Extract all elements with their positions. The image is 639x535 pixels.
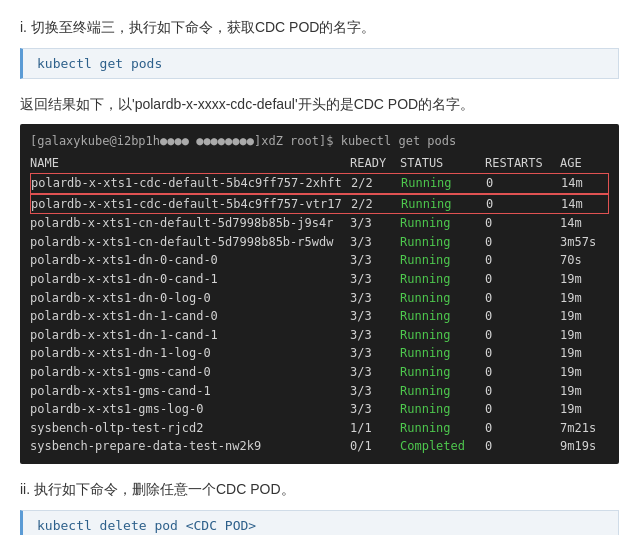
pod-age: 19m <box>560 289 610 308</box>
pod-name: sysbench-prepare-data-test-nw2k9 <box>30 437 350 456</box>
pod-status: Running <box>400 251 485 270</box>
pod-ready: 3/3 <box>350 382 400 401</box>
pod-status: Running <box>400 289 485 308</box>
pod-status: Running <box>400 307 485 326</box>
table-row: polardb-x-xts1-dn-0-cand-1 3/3 Running 0… <box>30 270 609 289</box>
table-row: polardb-x-xts1-cdc-default-5b4c9ff757-2x… <box>30 173 609 194</box>
command-block-ii: kubectl delete pod <CDC POD> <box>20 510 619 535</box>
col-header-age: AGE <box>560 154 610 173</box>
pod-age: 3m57s <box>560 233 610 252</box>
pod-age: 9m19s <box>560 437 610 456</box>
pod-age: 7m21s <box>560 419 610 438</box>
table-row: polardb-x-xts1-dn-0-cand-0 3/3 Running 0… <box>30 251 609 270</box>
pod-age: 14m <box>561 174 611 193</box>
pod-status: Running <box>401 195 486 214</box>
table-row: polardb-x-xts1-cn-default-5d7998b85b-j9s… <box>30 214 609 233</box>
pod-restarts: 0 <box>485 326 560 345</box>
pod-restarts: 0 <box>485 233 560 252</box>
pod-name: polardb-x-xts1-dn-1-cand-1 <box>30 326 350 345</box>
pod-ready: 3/3 <box>350 214 400 233</box>
pod-status: Running <box>401 174 486 193</box>
pod-restarts: 0 <box>485 307 560 326</box>
table-row: polardb-x-xts1-dn-1-cand-0 3/3 Running 0… <box>30 307 609 326</box>
pod-ready: 3/3 <box>350 344 400 363</box>
step-i-label: i. 切换至终端三，执行如下命令，获取CDC POD的名字。 <box>20 16 619 38</box>
pod-ready: 1/1 <box>350 419 400 438</box>
table-row: polardb-x-xts1-dn-0-log-0 3/3 Running 0 … <box>30 289 609 308</box>
pod-restarts: 0 <box>485 214 560 233</box>
table-row: polardb-x-xts1-gms-log-0 3/3 Running 0 1… <box>30 400 609 419</box>
table-row: polardb-x-xts1-dn-1-log-0 3/3 Running 0 … <box>30 344 609 363</box>
pod-name: polardb-x-xts1-cdc-default-5b4c9ff757-2x… <box>31 174 351 193</box>
col-header-ready: READY <box>350 154 400 173</box>
pod-ready: 0/1 <box>350 437 400 456</box>
terminal-output: [galaxykube@i2bp1h●●●● ●●●●●●●●]xdZ root… <box>20 124 619 464</box>
pod-age: 19m <box>560 400 610 419</box>
pod-name: polardb-x-xts1-cn-default-5d7998b85b-r5w… <box>30 233 350 252</box>
pod-status: Running <box>400 326 485 345</box>
pod-age: 14m <box>560 214 610 233</box>
pod-ready: 3/3 <box>350 400 400 419</box>
pod-age: 19m <box>560 344 610 363</box>
pod-ready: 3/3 <box>350 307 400 326</box>
pod-name: polardb-x-xts1-gms-cand-0 <box>30 363 350 382</box>
pod-ready: 3/3 <box>350 233 400 252</box>
table-row: polardb-x-xts1-gms-cand-0 3/3 Running 0 … <box>30 363 609 382</box>
pod-ready: 2/2 <box>351 174 401 193</box>
col-header-restarts: RESTARTS <box>485 154 560 173</box>
pod-age: 19m <box>560 382 610 401</box>
terminal-rows: polardb-x-xts1-cdc-default-5b4c9ff757-2x… <box>30 173 609 456</box>
pod-ready: 3/3 <box>350 251 400 270</box>
pod-restarts: 0 <box>485 363 560 382</box>
step-ii-label: ii. 执行如下命令，删除任意一个CDC POD。 <box>20 478 619 500</box>
pod-status: Running <box>400 400 485 419</box>
pod-status: Running <box>400 382 485 401</box>
pod-name: polardb-x-xts1-gms-log-0 <box>30 400 350 419</box>
pod-name: polardb-x-xts1-cn-default-5d7998b85b-j9s… <box>30 214 350 233</box>
pod-age: 19m <box>560 307 610 326</box>
pod-restarts: 0 <box>485 382 560 401</box>
pod-restarts: 0 <box>485 419 560 438</box>
pod-status: Running <box>400 363 485 382</box>
table-row: polardb-x-xts1-gms-cand-1 3/3 Running 0 … <box>30 382 609 401</box>
table-row: sysbench-prepare-data-test-nw2k9 0/1 Com… <box>30 437 609 456</box>
pod-age: 19m <box>560 363 610 382</box>
table-row: polardb-x-xts1-cdc-default-5b4c9ff757-vt… <box>30 194 609 215</box>
pod-age: 14m <box>561 195 611 214</box>
pod-status: Running <box>400 344 485 363</box>
pod-name: polardb-x-xts1-dn-0-log-0 <box>30 289 350 308</box>
pod-ready: 3/3 <box>350 326 400 345</box>
pod-status: Completed <box>400 437 485 456</box>
pod-name: polardb-x-xts1-gms-cand-1 <box>30 382 350 401</box>
pod-status: Running <box>400 214 485 233</box>
pod-status: Running <box>400 233 485 252</box>
col-header-name: NAME <box>30 154 350 173</box>
pod-age: 19m <box>560 270 610 289</box>
pod-ready: 3/3 <box>350 270 400 289</box>
col-header-status: STATUS <box>400 154 485 173</box>
pod-age: 19m <box>560 326 610 345</box>
terminal-header-row: NAME READY STATUS RESTARTS AGE <box>30 154 609 173</box>
pod-restarts: 0 <box>485 437 560 456</box>
pod-name: polardb-x-xts1-dn-1-cand-0 <box>30 307 350 326</box>
pod-name: polardb-x-xts1-dn-1-log-0 <box>30 344 350 363</box>
result-label: 返回结果如下，以'polardb-x-xxxx-cdc-defaul'开头的是C… <box>20 93 619 115</box>
pod-restarts: 0 <box>485 270 560 289</box>
table-row: polardb-x-xts1-dn-1-cand-1 3/3 Running 0… <box>30 326 609 345</box>
pod-name: polardb-x-xts1-cdc-default-5b4c9ff757-vt… <box>31 195 351 214</box>
table-row: polardb-x-xts1-cn-default-5d7998b85b-r5w… <box>30 233 609 252</box>
pod-status: Running <box>400 270 485 289</box>
pod-restarts: 0 <box>486 174 561 193</box>
pod-ready: 3/3 <box>350 363 400 382</box>
pod-ready: 2/2 <box>351 195 401 214</box>
pod-restarts: 0 <box>485 251 560 270</box>
pod-age: 70s <box>560 251 610 270</box>
pod-restarts: 0 <box>485 400 560 419</box>
pod-restarts: 0 <box>485 289 560 308</box>
pod-name: polardb-x-xts1-dn-0-cand-0 <box>30 251 350 270</box>
pod-restarts: 0 <box>485 344 560 363</box>
pod-status: Running <box>400 419 485 438</box>
pod-ready: 3/3 <box>350 289 400 308</box>
pod-restarts: 0 <box>486 195 561 214</box>
pod-name: sysbench-oltp-test-rjcd2 <box>30 419 350 438</box>
